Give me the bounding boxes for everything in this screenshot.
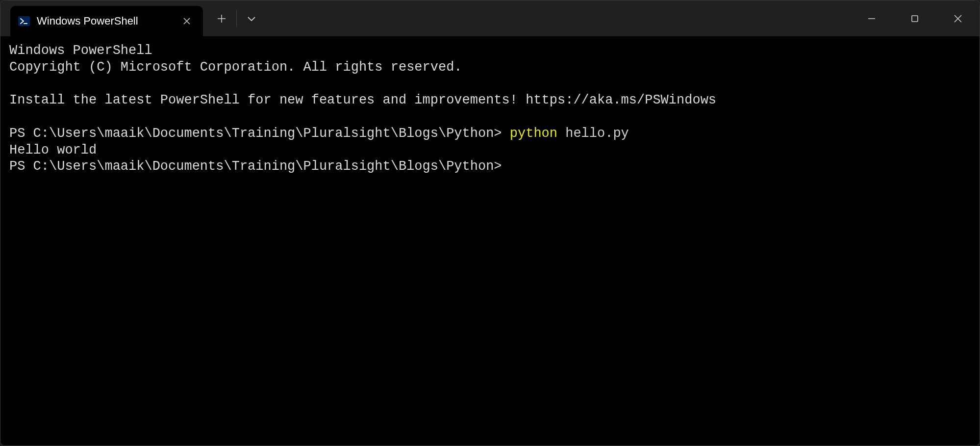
terminal-window: Windows PowerShell — [0, 0, 980, 446]
new-tab-button[interactable] — [207, 0, 236, 36]
powershell-icon — [18, 15, 30, 27]
terminal-body[interactable]: Windows PowerShell Copyright (C) Microso… — [0, 37, 980, 446]
tab-powershell[interactable]: Windows PowerShell — [10, 6, 203, 36]
banner-line: Copyright (C) Microsoft Corporation. All… — [9, 60, 462, 75]
banner-line: Windows PowerShell — [9, 43, 152, 58]
command-executable: python — [510, 126, 557, 141]
command-argument: hello.py — [557, 126, 629, 141]
tab-title: Windows PowerShell — [37, 15, 138, 27]
command-output: Hello world — [9, 143, 97, 157]
close-icon — [183, 17, 191, 25]
prompt: PS C:\Users\maaik\Documents\Training\Plu… — [9, 159, 502, 174]
svg-rect-3 — [912, 16, 918, 22]
tab-dropdown-button[interactable] — [237, 0, 266, 36]
tab-close-button[interactable] — [179, 14, 194, 28]
tabs-area: Windows PowerShell — [0, 0, 266, 36]
minimize-button[interactable] — [850, 0, 893, 36]
title-bar[interactable]: Windows PowerShell — [0, 0, 980, 37]
banner-line: Install the latest PowerShell for new fe… — [9, 93, 716, 107]
chevron-down-icon — [247, 16, 256, 22]
plus-icon — [217, 14, 226, 23]
maximize-icon — [911, 15, 919, 23]
terminal-output: Windows PowerShell Copyright (C) Microso… — [9, 43, 971, 175]
window-controls — [850, 0, 980, 36]
prompt: PS C:\Users\maaik\Documents\Training\Plu… — [9, 126, 510, 141]
close-window-button[interactable] — [936, 0, 980, 36]
maximize-button[interactable] — [893, 0, 936, 36]
minimize-icon — [867, 14, 876, 23]
close-icon — [954, 14, 962, 23]
tabbar-controls — [207, 0, 266, 36]
